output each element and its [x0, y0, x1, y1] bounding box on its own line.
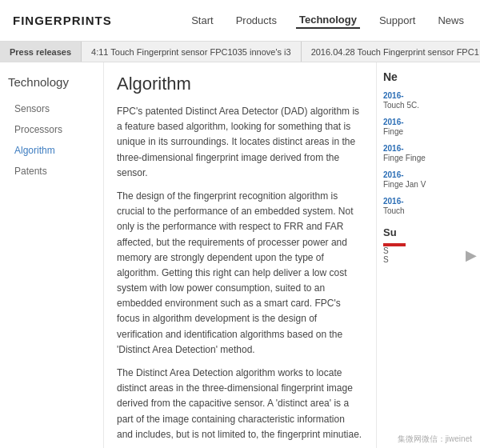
news-text: Finge Finge	[383, 153, 458, 164]
nav-item-news[interactable]: News	[434, 13, 467, 28]
sidebar-item-sensors[interactable]: Sensors	[8, 100, 95, 118]
content-para: The Distinct Area Detection algorithm wo…	[117, 366, 363, 442]
nav-item-start[interactable]: Start	[188, 13, 216, 28]
news-text: Touch	[383, 206, 458, 217]
content-paragraphs: FPC's patented Distinct Area Detector (D…	[117, 104, 363, 442]
news-text: Touch 5C.	[383, 100, 458, 111]
header: FINGERPRINTS StartProductsTechnologySupp…	[0, 0, 480, 42]
news-item: 2016-Finge Finge	[383, 144, 458, 164]
ticker-item: 2016.04.28 Touch Fingerprint sensor FPC1	[302, 42, 480, 62]
sidebar-item-patents[interactable]: Patents	[8, 162, 95, 180]
sidebar-item-algorithm[interactable]: Algorithm	[8, 142, 95, 159]
ticker-item: Press releases	[0, 42, 82, 62]
sidebar-nav: SensorsProcessorsAlgorithmPatents	[8, 100, 95, 180]
news-date: 2016-	[383, 91, 458, 100]
logo: FINGERPRINTS	[13, 14, 112, 27]
news-item: 2016-Finge Jan V	[383, 170, 458, 190]
ticker-item: 4:11 Touch Fingerprint sensor FPC1035 in…	[82, 42, 302, 62]
watermark: 集微网微信：jiweinet	[398, 434, 472, 445]
news-item: 2016-Touch 5C.	[383, 91, 458, 111]
nav-item-products[interactable]: Products	[233, 13, 280, 28]
news-item: 2016-Touch	[383, 197, 458, 217]
news-text: Finge	[383, 126, 458, 138]
news-date: 2016-	[383, 144, 458, 153]
news-date: 2016-	[383, 170, 458, 179]
subscribe-text-2: S	[383, 255, 458, 264]
sidebar-item-processors[interactable]: Processors	[8, 121, 95, 138]
nav-item-technology[interactable]: Technology	[296, 12, 360, 29]
subscribe-title: Su	[383, 226, 458, 238]
right-panel-title: Ne	[383, 70, 458, 83]
page-title: Algorithm	[117, 74, 363, 94]
news-text: Finge Jan V	[383, 179, 458, 190]
main-layout: Technology SensorsProcessorsAlgorithmPat…	[0, 62, 480, 448]
news-items-container: 2016-Touch 5C.2016-Finge2016-Finge Finge…	[383, 91, 458, 217]
news-date: 2016-	[383, 118, 458, 126]
nav-item-support[interactable]: Support	[376, 13, 419, 28]
right-panel: Ne 2016-Touch 5C.2016-Finge2016-Finge Fi…	[376, 62, 464, 448]
content-area: Algorithm FPC's patented Distinct Area D…	[104, 62, 376, 448]
subscribe-text-1: S	[383, 246, 458, 255]
news-date: 2016-	[383, 197, 458, 206]
content-para: The design of the fingerprint recognitio…	[117, 189, 363, 358]
main-nav: StartProductsTechnologySupportNews	[188, 12, 467, 29]
sidebar: Technology SensorsProcessorsAlgorithmPat…	[0, 62, 104, 448]
content-para: FPC's patented Distinct Area Detector (D…	[117, 104, 363, 181]
scroll-arrow-icon[interactable]: ▶	[466, 246, 477, 264]
ticker-bar: Press releases4:11 Touch Fingerprint sen…	[0, 42, 480, 62]
sidebar-title: Technology	[8, 75, 95, 89]
news-item: 2016-Finge	[383, 118, 458, 138]
